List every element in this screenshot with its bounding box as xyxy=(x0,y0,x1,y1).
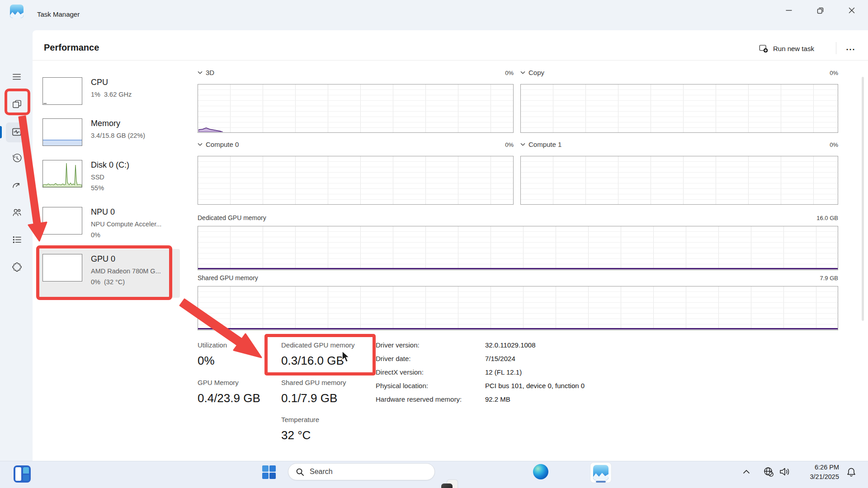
start-button[interactable] xyxy=(262,465,276,479)
page-title: Performance xyxy=(44,42,99,53)
detail-label: Hardware reserved memory: xyxy=(376,395,462,403)
clock[interactable]: 6:26 PM 3/21/2025 xyxy=(794,463,839,482)
detail-value: 92.2 MB xyxy=(485,395,510,403)
network-status-button[interactable] xyxy=(762,465,775,478)
dedicated-gpu-memory-graph xyxy=(198,226,838,270)
perf-item-memory[interactable]: Memory xyxy=(91,119,120,128)
gpu-compute1-graph xyxy=(520,156,838,205)
perf-item-disk[interactable]: Disk 0 (C:) xyxy=(91,160,129,170)
tray-time: 6:26 PM xyxy=(794,463,839,472)
hamburger-menu-button[interactable] xyxy=(10,70,24,84)
run-new-task-button[interactable]: Run new task xyxy=(754,41,819,56)
gpu-thumbnail[interactable] xyxy=(42,254,82,282)
shared-memory-usage-line xyxy=(198,328,838,329)
widgets-icon[interactable] xyxy=(14,465,31,483)
windows-logo-icon xyxy=(262,465,276,479)
hamburger-icon xyxy=(12,72,22,82)
sidebar-item-startup-apps[interactable] xyxy=(10,178,24,192)
notifications-button[interactable] xyxy=(844,465,858,479)
processes-icon xyxy=(12,99,22,109)
detail-label: Physical location: xyxy=(376,382,428,389)
graph-title-shared: Shared GPU memory xyxy=(198,274,258,282)
cpu-subtext: 1% 3.62 GHz xyxy=(91,91,132,98)
graph-title-compute0: Compute 0 xyxy=(206,141,239,148)
detail-label: Driver version: xyxy=(376,341,420,349)
gpu-subtext-1: AMD Radeon 780M G... xyxy=(91,267,161,275)
graph-title-dedicated: Dedicated GPU memory xyxy=(198,214,266,221)
graph-value-compute1: 0% xyxy=(820,141,838,148)
list-icon xyxy=(12,235,22,245)
chevron-down-icon xyxy=(520,71,525,75)
volume-button[interactable] xyxy=(778,465,792,478)
detail-value: 7/15/2024 xyxy=(485,355,515,362)
task-manager-active-indicator xyxy=(596,481,606,483)
minimize-icon xyxy=(786,7,792,14)
history-icon xyxy=(12,153,22,164)
header-rule xyxy=(33,60,868,61)
run-new-task-label: Run new task xyxy=(773,45,814,52)
graph-value-3d: 0% xyxy=(495,70,514,76)
sidebar-item-services[interactable] xyxy=(10,260,24,273)
run-new-task-icon xyxy=(759,43,769,53)
tray-date: 3/21/2025 xyxy=(794,472,839,482)
graph-header-3d[interactable]: 3D xyxy=(198,69,214,76)
sidebar-item-app-history[interactable] xyxy=(10,151,24,165)
detail-value: 12 (FL 12.1) xyxy=(485,368,522,376)
taskbar-task-manager-button[interactable] xyxy=(590,462,612,483)
globe-offline-icon xyxy=(763,466,774,477)
performance-icon xyxy=(11,127,22,137)
perf-item-npu[interactable]: NPU 0 xyxy=(91,207,115,217)
utilization-label: Utilization xyxy=(198,341,227,349)
chevron-down-icon xyxy=(198,143,203,146)
minimize-button[interactable] xyxy=(778,3,799,18)
npu-thumbnail[interactable] xyxy=(42,207,82,235)
perf-item-cpu[interactable]: CPU xyxy=(91,78,108,87)
detail-label: DirectX version: xyxy=(376,368,424,376)
sidebar-item-processes[interactable] xyxy=(10,97,24,111)
header-divider xyxy=(836,42,836,54)
disk-thumbnail[interactable] xyxy=(42,160,82,188)
sidebar-item-users[interactable] xyxy=(10,206,24,219)
dedicated-memory-usage-line xyxy=(198,268,838,269)
sidebar-item-performance[interactable] xyxy=(10,125,24,139)
perf-item-gpu[interactable]: GPU 0 xyxy=(91,254,115,264)
npu-subtext-2: 0% xyxy=(91,231,100,239)
users-icon xyxy=(12,207,22,218)
gpu-memory-label: GPU Memory xyxy=(198,379,239,386)
puzzle-icon xyxy=(12,262,22,272)
dedicated-memory-value: 0.3/16.0 GB xyxy=(281,354,344,368)
scrollbar[interactable] xyxy=(862,77,864,321)
graph-header-copy[interactable]: Copy xyxy=(520,69,544,76)
disk-subtext-1: SSD xyxy=(91,174,104,181)
graph-header-compute0[interactable]: Compute 0 xyxy=(198,141,239,148)
edge-icon[interactable] xyxy=(533,464,548,479)
memory-mini-graph xyxy=(43,140,82,145)
cpu-thumbnail[interactable] xyxy=(42,77,82,105)
disk-mini-graph xyxy=(43,160,82,187)
restore-icon xyxy=(817,7,824,14)
tray-chevron-button[interactable] xyxy=(740,465,753,478)
gpu-3d-graph xyxy=(198,84,514,133)
navigation-rail xyxy=(0,30,33,461)
graph-value-copy: 0% xyxy=(820,70,838,76)
dedicated-memory-label: Dedicated GPU memory xyxy=(281,341,355,349)
detail-value: PCI bus 101, device 0, function 0 xyxy=(485,382,585,389)
search-icon xyxy=(296,468,304,476)
memory-thumbnail[interactable] xyxy=(42,118,82,146)
more-options-button[interactable]: ... xyxy=(840,40,862,55)
close-button[interactable] xyxy=(841,3,862,18)
stacked-windows-app-icon[interactable] xyxy=(440,480,458,488)
chevron-down-icon xyxy=(198,71,203,75)
bell-icon xyxy=(846,467,857,478)
sidebar-item-details[interactable] xyxy=(10,233,24,246)
graph-header-compute1[interactable]: Compute 1 xyxy=(520,141,561,148)
maximize-button[interactable] xyxy=(810,3,830,18)
task-manager-window: Task Manager xyxy=(0,0,868,488)
gpu-subtext-2: 0% (32 °C) xyxy=(91,278,125,286)
detail-value: 32.0.11029.1008 xyxy=(485,341,536,349)
disk-subtext-2: 55% xyxy=(91,184,104,192)
shared-memory-label: Shared GPU memory xyxy=(281,379,346,386)
search-input[interactable]: Search xyxy=(288,463,435,480)
search-placeholder: Search xyxy=(310,468,333,476)
rail-selection-accent xyxy=(0,126,2,138)
